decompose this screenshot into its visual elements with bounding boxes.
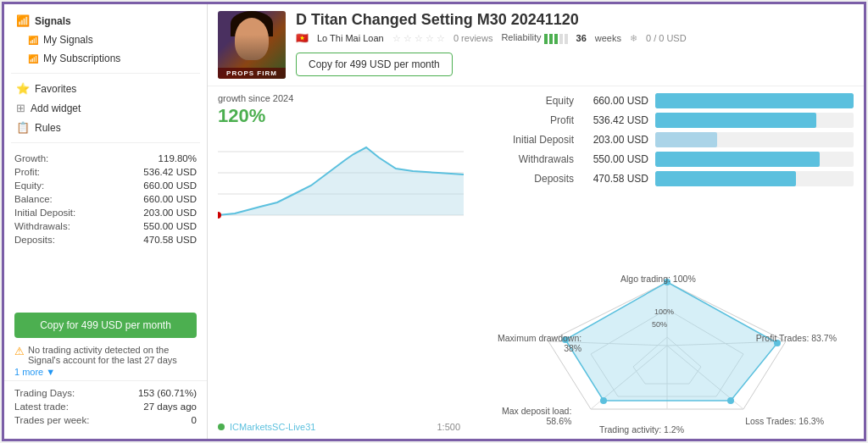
bar-profit-fill (655, 113, 816, 128)
bar-withdrawals-value: 550.00 USD (581, 153, 648, 165)
latest-trade-value: 27 days ago (143, 401, 197, 412)
leverage: 1:500 (437, 422, 460, 432)
radar-label-trading-activity: Trading activity: 1.2% (599, 424, 684, 435)
sidebar-nav: 📶 Signals 📶 My Signals 📶 My Subscription… (4, 11, 207, 148)
radar-container: Algo trading: 100% Profit Trades: 83.7% … (498, 274, 837, 435)
stat-withdrawals: Withdrawals: 550.00 USD (14, 219, 197, 233)
chart-section: growth since 2024 120% (208, 86, 470, 439)
review-count: 0 reviews (453, 33, 492, 43)
radar-label-algo: Algo trading: 100% (620, 274, 696, 284)
sidebar-item-mysignals[interactable]: 📶 My Signals (11, 30, 200, 49)
stat-latest-trade: Latest trade: 27 days ago (14, 400, 197, 413)
copy-button-sidebar[interactable]: Copy for 499 USD per month (14, 313, 197, 338)
rel-bar-5 (565, 34, 568, 44)
svg-point-4 (218, 212, 221, 219)
stat-deposits-value: 470.58 USD (143, 235, 197, 245)
bar-profit: Profit 536.42 USD (481, 113, 854, 128)
stat-profit-value: 536.42 USD (143, 167, 197, 177)
addwidget-icon: ⊞ (16, 102, 25, 114)
star-rating: ☆ ☆ ☆ ☆ ☆ (392, 33, 445, 44)
signal-meta: 🇻🇳 Lo Thi Mai Loan ☆ ☆ ☆ ☆ ☆ 0 reviews R… (296, 32, 854, 44)
stat-equity-label: Equity: (14, 180, 44, 191)
svg-marker-13 (565, 282, 777, 401)
sidebar-rules-label: Rules (35, 122, 61, 134)
growth-value: 120% (218, 105, 460, 127)
weeks-value: 36 (576, 33, 587, 43)
bar-initial-deposit: Initial Deposit 203.00 USD (481, 132, 854, 147)
radar-50pct-label: 50% (652, 320, 667, 329)
chart-svg (218, 130, 464, 224)
svg-point-16 (727, 397, 734, 404)
bar-withdrawals-label: Withdrawals (481, 153, 574, 165)
sidebar: 📶 Signals 📶 My Signals 📶 My Subscription… (4, 4, 208, 439)
trades-per-week-value: 0 (192, 415, 197, 425)
trading-days-label: Trading Days: (14, 388, 75, 398)
sidebar-item-subscriptions[interactable]: 📶 My Subscriptions (11, 49, 200, 68)
bar-equity-fill (655, 93, 854, 108)
bar-deposits-fill (655, 171, 796, 186)
header-info: D Titan Changed Setting M30 20241120 🇻🇳 … (296, 11, 854, 76)
reliability-bars (544, 34, 568, 44)
sidebar-item-rules[interactable]: 📋 Rules (11, 118, 200, 137)
no-trading-notice: ⚠ No trading activity detected on the Si… (14, 345, 197, 377)
usd-info: 0 / 0 USD (646, 33, 687, 43)
stat-balance-value: 660.00 USD (143, 194, 197, 204)
reliability-label: Reliability (501, 32, 567, 43)
rel-bar-4 (559, 34, 563, 44)
trading-days-section: Trading Days: 153 (60.71%) Latest trade:… (4, 380, 207, 432)
sidebar-item-favorites[interactable]: ⭐ Favorites (11, 79, 200, 98)
rel-bar-1 (544, 34, 548, 44)
mysignals-icon: 📶 (28, 36, 38, 45)
sidebar-item-addwidget[interactable]: ⊞ Add widget (11, 98, 200, 118)
radar-label-max-deposit: Max deposit load:58.6% (502, 406, 571, 426)
avatar: PROPS FIRM (218, 11, 286, 79)
no-trading-text: No trading activity detected on the Sign… (28, 345, 197, 365)
sidebar-addwidget-label: Add widget (31, 102, 81, 114)
bar-equity-value: 660.00 USD (581, 95, 648, 107)
bar-withdrawals-track (655, 152, 854, 167)
broker-info: ICMarketsSC-Live31 1:500 (218, 422, 460, 432)
trades-per-week-label: Trades per week: (14, 415, 89, 425)
stat-initial-deposit: Initial Deposit: 203.00 USD (14, 206, 197, 219)
stat-deposits-label: Deposits: (14, 235, 55, 245)
bar-deposits-track (655, 171, 854, 186)
copy-button-header[interactable]: Copy for 499 USD per month (296, 53, 453, 76)
bar-initial-deposit-label: Initial Deposit (481, 134, 574, 146)
radar-inner-label: 100% (654, 307, 674, 316)
bar-profit-label: Profit (481, 114, 574, 126)
bar-withdrawals: Withdrawals 550.00 USD (481, 152, 854, 167)
svg-point-17 (600, 397, 607, 404)
rel-bar-2 (549, 34, 553, 44)
bar-equity-track (655, 93, 854, 108)
stat-profit-label: Profit: (14, 167, 40, 177)
bar-profit-value: 536.42 USD (581, 114, 648, 126)
stat-growth: Growth: 119.80% (14, 152, 197, 165)
stat-withdrawals-value: 550.00 USD (143, 221, 197, 231)
broker-status-dot (218, 424, 225, 430)
broker-name: ICMarketsSC-Live31 (230, 422, 315, 432)
stat-trading-days: Trading Days: 153 (60.71%) (14, 386, 197, 400)
bar-equity-label: Equity (481, 95, 574, 107)
subscriptions-icon: 📶 (28, 54, 38, 64)
bar-deposits: Deposits 470.58 USD (481, 171, 854, 186)
sidebar-item-signals[interactable]: 📶 Signals (11, 11, 200, 30)
signals-icon: 📶 (16, 14, 30, 27)
right-panel: Equity 660.00 USD Profit 536.42 USD (470, 86, 864, 439)
content-area: growth since 2024 120% (208, 86, 864, 439)
more-link[interactable]: 1 more ▼ (14, 367, 197, 377)
main-content: PROPS FIRM D Titan Changed Setting M30 2… (208, 4, 864, 439)
stat-balance: Balance: 660.00 USD (14, 192, 197, 206)
trading-days-value: 153 (60.71%) (138, 388, 197, 398)
stat-initial-deposit-label: Initial Deposit: (14, 208, 75, 218)
stats-bars-section: Equity 660.00 USD Profit 536.42 USD (470, 86, 864, 269)
bar-initial-deposit-track (655, 132, 854, 147)
sidebar-mysignals-label: My Signals (43, 34, 93, 46)
rel-bar-3 (554, 34, 558, 44)
flag-icon: 🇻🇳 (296, 32, 309, 44)
warning-icon: ⚠ (14, 345, 25, 357)
sidebar-signals-label: Signals (35, 15, 71, 27)
stat-growth-value: 119.80% (159, 153, 197, 163)
stat-profit: Profit: 536.42 USD (14, 165, 197, 179)
bar-deposits-value: 470.58 USD (581, 173, 648, 185)
radar-section: Algo trading: 100% Profit Trades: 83.7% … (470, 269, 864, 439)
